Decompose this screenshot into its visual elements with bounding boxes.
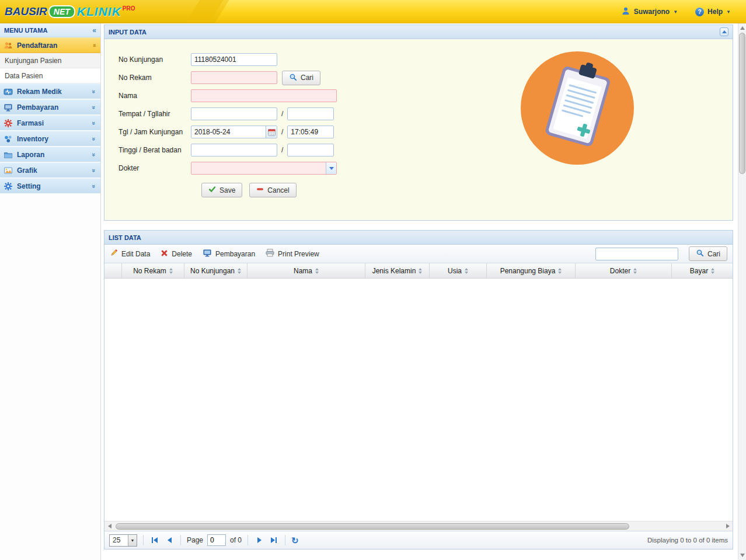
check-icon <box>208 186 216 194</box>
sidebar-item-laporan[interactable]: Laporan » <box>0 147 100 162</box>
column-header-usia[interactable]: Usia <box>430 263 487 278</box>
previous-page-button[interactable] <box>164 535 175 545</box>
help-menu[interactable]: ? Help ▼ <box>695 8 731 16</box>
column-header-label: Usia <box>448 267 462 275</box>
users-icon <box>4 41 13 50</box>
sidebar-item-pembayaran[interactable]: Pembayaran » <box>0 99 100 115</box>
vertical-scrollbar-thumb[interactable] <box>739 33 745 174</box>
collapse-sidebar-icon[interactable]: « <box>92 26 96 34</box>
sidebar-item-label: Laporan <box>17 151 92 159</box>
no-rekam-input[interactable] <box>191 71 277 84</box>
scroll-left-icon[interactable] <box>104 521 114 531</box>
tempat-tgllahir-label: Tempat / Tgllahir <box>118 110 191 118</box>
sidebar-item-rekam-medik[interactable]: Rekam Medik » <box>0 84 100 99</box>
cari-rekam-button[interactable]: Cari <box>282 71 320 85</box>
sort-icon <box>711 268 714 274</box>
tempat-input[interactable] <box>191 107 277 120</box>
sort-icon <box>558 268 562 274</box>
chevron-down-icon <box>326 162 336 174</box>
column-header-dokter[interactable]: Dokter <box>576 263 672 278</box>
no-rekam-label: No Rekam <box>118 74 191 82</box>
form-row-tinggi-berat: Tinggi / Berat badan / <box>118 144 422 156</box>
vertical-scrollbar[interactable] <box>738 23 746 560</box>
collapse-panel-icon[interactable] <box>720 27 728 36</box>
next-page-button[interactable] <box>254 535 264 545</box>
date-field <box>191 126 277 138</box>
gear-icon <box>4 182 13 191</box>
form-row-no-rekam: No Rekam Cari <box>118 71 422 84</box>
sidebar-item-label: Grafik <box>17 166 92 175</box>
help-icon: ? <box>695 8 704 16</box>
tgllahir-input[interactable] <box>287 107 334 120</box>
refresh-icon[interactable]: ↻ <box>291 536 299 545</box>
tgl-jam-label: Tgl / Jam Kunjungan <box>118 128 191 136</box>
registration-form: No Kunjungan No Rekam Cari <box>118 53 422 220</box>
chevron-down-icon: » <box>90 168 97 172</box>
printer-icon <box>266 249 274 259</box>
sidebar-item-grafik[interactable]: Grafik » <box>0 162 100 178</box>
form-row-no-kunjungan: No Kunjungan <box>118 53 422 66</box>
user-icon <box>621 6 630 18</box>
sidebar-item-farmasi[interactable]: Farmasi » <box>0 115 100 131</box>
tinggi-input[interactable] <box>191 144 277 156</box>
column-header-no-rekam[interactable]: No Rekam <box>122 263 184 278</box>
column-header-penangung-biaya[interactable]: Penangung Biaya <box>487 263 576 278</box>
sidebar-item-kunjungan-pasien[interactable]: Kunjungan Pasien <box>0 53 100 68</box>
edit-data-button[interactable]: Edit Data <box>110 249 150 259</box>
table-header-row: No Rekam No Kunjungan Nama Jenis Kelamin… <box>104 263 733 279</box>
cancel-button-label: Cancel <box>267 186 289 194</box>
dokter-select[interactable] <box>191 162 337 175</box>
page-size-select[interactable]: 25 ▼ <box>109 534 137 547</box>
medical-record-icon <box>4 87 13 96</box>
horizontal-scrollbar-thumb[interactable] <box>116 523 629 530</box>
save-button[interactable]: Save <box>201 183 242 197</box>
toolbar-separator <box>285 535 285 545</box>
page-of-label: of 0 <box>230 536 242 544</box>
list-search-input[interactable] <box>595 248 678 260</box>
first-page-button[interactable] <box>149 535 160 545</box>
chevron-down-icon: » <box>90 152 97 156</box>
edit-data-label: Edit Data <box>121 250 150 258</box>
calendar-icon[interactable] <box>266 126 277 138</box>
tgl-kunjungan-input[interactable] <box>191 126 277 138</box>
user-menu[interactable]: Suwarjono ▼ <box>621 6 678 18</box>
print-preview-button[interactable]: Print Preview <box>266 249 319 259</box>
scroll-down-icon[interactable] <box>738 551 746 559</box>
column-header-bayar[interactable]: Bayar <box>672 263 733 278</box>
sidebar-item-pendaftaran[interactable]: Pendaftaran » <box>0 37 100 53</box>
logo-text-klinik: KLINIK <box>77 5 121 19</box>
main-layout: MENU UTAMA « Pendaftaran » Kunjungan Pas… <box>0 23 746 560</box>
scroll-right-icon[interactable] <box>723 521 733 531</box>
nama-input[interactable] <box>191 89 337 102</box>
column-header-jenis-kelamin[interactable]: Jenis Kelamin <box>365 263 430 278</box>
column-header-nama[interactable]: Nama <box>247 263 365 278</box>
horizontal-scrollbar[interactable] <box>104 521 733 531</box>
form-row-nama: Nama <box>118 89 422 102</box>
column-header-label: Penangung Biaya <box>500 267 556 275</box>
delete-label: Delete <box>172 250 192 258</box>
scroll-up-icon[interactable] <box>738 24 746 32</box>
page-number-input[interactable] <box>207 534 226 546</box>
sidebar-item-data-pasien[interactable]: Data Pasien <box>0 68 100 84</box>
sidebar-item-inventory[interactable]: Inventory » <box>0 131 100 147</box>
chevron-down-icon: ▼ <box>673 9 678 15</box>
sidebar: MENU UTAMA « Pendaftaran » Kunjungan Pas… <box>0 23 101 560</box>
cancel-button[interactable]: Cancel <box>249 183 296 197</box>
pembayaran-button[interactable]: Pembayaran <box>203 248 255 259</box>
column-header-label: No Rekam <box>133 267 166 275</box>
berat-input[interactable] <box>287 144 334 156</box>
logo-badge-net: NET <box>48 5 75 18</box>
jam-kunjungan-input[interactable] <box>287 126 334 138</box>
input-data-panel-header: INPUT DATA <box>104 25 733 39</box>
delete-button[interactable]: Delete <box>161 249 192 259</box>
cari-list-button[interactable]: Cari <box>689 246 727 261</box>
table-body-empty <box>104 279 733 521</box>
no-kunjungan-input[interactable] <box>191 53 277 66</box>
print-preview-label: Print Preview <box>278 250 319 258</box>
no-kunjungan-label: No Kunjungan <box>118 55 191 64</box>
column-header-no-kunjungan[interactable]: No Kunjungan <box>184 263 247 278</box>
sidebar-item-setting[interactable]: Setting » <box>0 178 100 194</box>
last-page-button[interactable] <box>269 535 279 545</box>
separator-slash: / <box>281 146 283 154</box>
sidebar-item-label: Pembayaran <box>17 103 92 112</box>
